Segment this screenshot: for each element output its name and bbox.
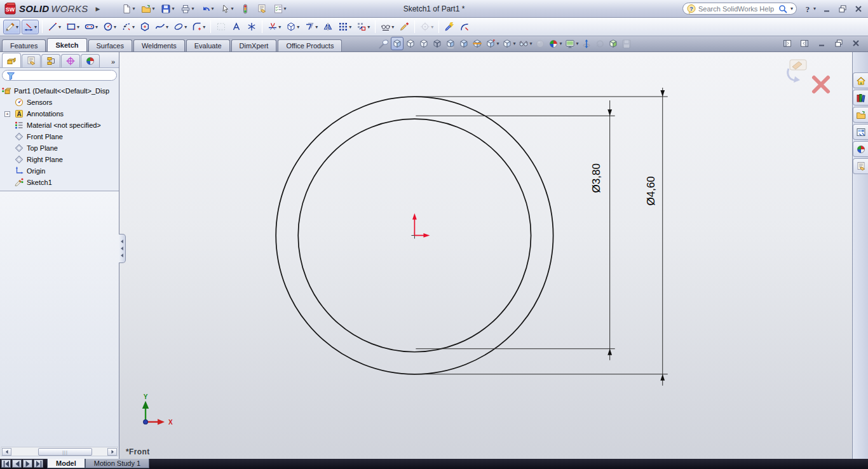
dropdown-arrow[interactable]: ▾ [34,24,37,30]
sketch-fillet-button[interactable]: ▾ [190,20,207,34]
search-dropdown-arrow[interactable]: ▾ [790,6,793,11]
tree-filter-box[interactable] [2,70,117,81]
select-button[interactable]: ▾ [219,1,236,16]
shadows-in-shaded-mode-button[interactable] [444,37,457,50]
view-settings-button[interactable]: ▾ [564,37,580,50]
dropdown-arrow[interactable]: ▾ [391,24,394,30]
corner-rectangle-button[interactable]: ▾ [64,20,81,34]
design-library-button[interactable] [853,90,868,105]
move-entities-button[interactable]: ▾ [355,20,372,34]
dropdown-arrow[interactable]: ▾ [58,24,61,30]
tree-item-front-plane[interactable]: Front Plane [0,131,119,142]
cancel-sketch-icon[interactable] [814,78,828,92]
display-style-button[interactable]: ▾ [501,37,517,50]
dimxpertmanager-tab[interactable] [61,54,80,67]
tab-surfaces[interactable]: Surfaces [88,39,132,51]
dropdown-arrow[interactable]: ▾ [77,24,79,30]
dropdown-arrow[interactable]: ▾ [349,24,351,30]
save-view-button[interactable] [620,37,633,50]
zoom-to-fit-button[interactable] [377,37,390,50]
sketch-origin[interactable] [411,213,430,238]
exit-sketch-icon[interactable] [788,60,806,83]
tab-office-products[interactable]: Office Products [278,39,342,51]
tab-motion-study-1[interactable]: Motion Study 1 [85,459,149,468]
dropdown-arrow[interactable]: ▾ [559,41,562,46]
hide-show-items-button[interactable]: ▾ [517,37,533,50]
tree-item-origin[interactable]: Origin [0,165,119,177]
file-properties-button[interactable] [255,1,269,16]
straight-slot-button[interactable]: ▾ [83,20,100,34]
text-button[interactable] [229,20,243,34]
dimension-inner-label[interactable]: Ø3,80 [590,163,602,193]
dropdown-arrow[interactable]: ▾ [297,24,299,30]
shaded-with-edges-button[interactable] [391,37,403,50]
file-explorer-button[interactable] [853,107,868,123]
rapid-sketch-button[interactable] [442,20,456,34]
tree-item-material-not-specified[interactable]: Material <not specified> [0,119,119,131]
dropdown-arrow[interactable]: ▾ [172,6,174,11]
rotate-view-button[interactable] [593,37,606,50]
manager-tabs-overflow[interactable]: » [109,58,117,67]
tab-sketch[interactable]: Sketch [47,38,86,51]
linear-sketch-pattern-button[interactable]: ▾ [336,20,353,34]
centerpoint-arc-button[interactable]: ▾ [119,20,137,34]
toggle-left-display-pane-button[interactable] [782,38,792,48]
dropdown-arrow[interactable]: ▾ [212,6,214,11]
offset-entities-button[interactable]: ▾ [302,20,320,34]
polygon-button[interactable] [138,20,152,34]
custom-properties-button[interactable] [853,158,868,174]
dimension-outer-label[interactable]: Ø4,60 [645,176,657,205]
restore-document-button[interactable] [834,38,844,48]
tree-item-right-plane[interactable]: Right Plane [0,154,119,165]
minimize-document-button[interactable] [817,38,827,48]
menu-expander-arrow[interactable]: ▶ [93,6,104,12]
dropdown-arrow[interactable]: ▾ [315,24,318,30]
scroll-tabs-prev-button[interactable] [12,459,22,468]
dropdown-arrow[interactable]: ▾ [203,24,205,30]
rebuild-button[interactable] [238,1,252,16]
expand-icon[interactable]: + [4,111,10,117]
dropdown-arrow[interactable]: ▾ [152,6,154,11]
dropdown-arrow[interactable]: ▾ [513,41,515,46]
new-document-button[interactable]: ▾ [119,1,137,16]
tree-item-sketch1[interactable]: Sketch1 [0,177,119,188]
dropdown-arrow[interactable]: ▾ [166,24,168,30]
panel-horizontal-scrollbar[interactable]: ||| [1,447,118,456]
dropdown-arrow[interactable]: ▾ [367,24,370,30]
sketch-picture-button[interactable] [214,20,228,34]
tree-item-sensors[interactable]: Sensors [0,97,119,108]
isolate-button[interactable] [607,37,620,50]
smart-dimension-button[interactable]: ▾ [22,20,39,34]
spline-button[interactable]: ▾ [153,20,170,34]
toggle-right-display-pane-button[interactable] [799,38,810,48]
tab-dimxpert[interactable]: DimXpert [231,39,277,51]
section-view-button[interactable] [471,37,484,50]
edit-appearance-button[interactable]: ▾ [547,37,563,50]
tree-item-top-plane[interactable]: Top Plane [0,142,119,154]
options-button[interactable]: ▾ [271,1,288,16]
dropdown-arrow[interactable]: ▾ [16,24,18,30]
displaymanager-tab[interactable] [81,54,100,67]
open-button[interactable]: ▾ [139,1,156,16]
undo-button[interactable]: ▾ [199,1,216,16]
solidworks-resources-button[interactable] [853,72,868,88]
close-window-button[interactable] [853,4,864,14]
ellipse-button[interactable]: ▾ [172,20,189,34]
point-button[interactable] [245,20,259,34]
dropdown-arrow[interactable]: ▾ [95,24,98,30]
dropdown-arrow[interactable]: ▾ [813,6,816,11]
tree-item-annotations[interactable]: +AAnnotations [0,108,119,119]
tab-weldments[interactable]: Weldments [133,39,185,51]
wireframe-button[interactable] [431,37,444,50]
dropdown-arrow[interactable]: ▾ [529,41,532,46]
tab-evaluate[interactable]: Evaluate [186,39,230,51]
panel-splitter-handle[interactable] [119,234,126,263]
view-palette-button[interactable] [853,124,868,140]
close-document-button[interactable] [851,38,861,48]
dropdown-arrow[interactable]: ▾ [191,6,194,11]
scroll-left-arrow[interactable] [2,448,11,456]
convert-entities-button[interactable]: ▾ [284,20,301,34]
quick-snaps-button[interactable]: ▾ [418,20,435,34]
sketch-ink-button[interactable] [458,20,471,34]
dropdown-arrow[interactable]: ▾ [184,24,187,30]
